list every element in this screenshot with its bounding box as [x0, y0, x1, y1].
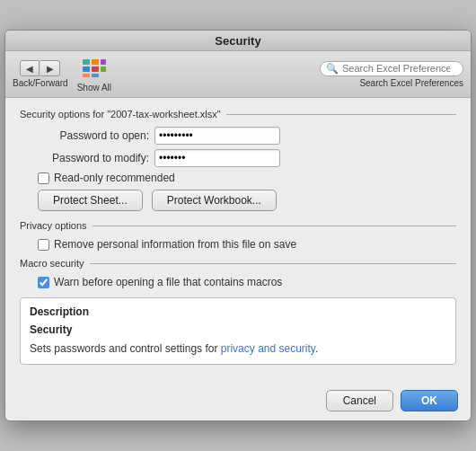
show-all-group: Show All	[77, 56, 111, 93]
macro-security-label: Macro security	[20, 258, 84, 269]
description-title: Security	[30, 323, 446, 336]
macro-header-line	[90, 263, 456, 264]
back-button[interactable]: ◀	[20, 60, 40, 76]
titlebar: Security	[5, 31, 471, 51]
warn-macros-row: Warn before opening a file that contains…	[29, 276, 456, 288]
svg-rect-6	[83, 74, 90, 77]
security-header-line	[226, 114, 456, 115]
svg-rect-3	[83, 66, 90, 72]
read-only-checkbox[interactable]	[38, 172, 49, 184]
description-text-part1: Sets passwords and control settings for	[30, 342, 221, 355]
privacy-options-body: Remove personal information from this fi…	[20, 238, 456, 251]
description-link[interactable]: privacy and security	[221, 342, 315, 355]
main-content: Security options for "2007-tax-worksheet…	[5, 98, 471, 385]
svg-rect-5	[101, 66, 106, 72]
protect-sheet-button[interactable]: Protect Sheet...	[38, 190, 143, 211]
password-to-open-input[interactable]	[154, 127, 280, 145]
window: Security ◀ ▶ Back/Forward	[4, 30, 472, 421]
search-input[interactable]	[342, 63, 450, 74]
macro-security-header: Macro security	[20, 258, 456, 269]
password-to-modify-label: Password to modify:	[29, 152, 154, 164]
ok-button[interactable]: OK	[401, 390, 458, 411]
description-text-part2: .	[315, 342, 318, 355]
search-label: Search Excel Preferences	[359, 78, 463, 88]
search-icon: 🔍	[326, 63, 339, 75]
protect-workbook-button[interactable]: Protect Workbook...	[152, 190, 277, 211]
search-input-wrapper: 🔍	[320, 61, 463, 76]
show-all-icon[interactable]	[78, 56, 110, 81]
back-forward-label: Back/Forward	[13, 78, 68, 88]
warn-macros-label: Warn before opening a file that contains…	[54, 276, 282, 288]
security-options-body: Password to open: Password to modify: Re…	[20, 127, 456, 211]
svg-rect-4	[92, 66, 99, 72]
remove-personal-label: Remove personal information from this fi…	[54, 238, 296, 251]
protect-buttons-row: Protect Sheet... Protect Workbook...	[29, 190, 456, 211]
window-title: Security	[215, 34, 260, 48]
read-only-row: Read-only recommended	[29, 172, 456, 184]
description-text: Sets passwords and control settings for …	[30, 341, 446, 357]
password-to-modify-row: Password to modify:	[29, 149, 456, 167]
privacy-header-line	[93, 226, 456, 226]
svg-rect-7	[92, 74, 99, 77]
password-to-modify-input[interactable]	[154, 149, 280, 167]
nav-buttons: ◀ ▶	[20, 60, 60, 76]
warn-macros-checkbox[interactable]	[38, 277, 49, 288]
macro-security-body: Warn before opening a file that contains…	[20, 276, 456, 288]
password-to-open-label: Password to open:	[29, 129, 154, 142]
read-only-label: Read-only recommended	[54, 172, 175, 184]
svg-rect-2	[101, 59, 106, 65]
remove-personal-checkbox[interactable]	[38, 239, 49, 251]
bottom-bar: Cancel OK	[5, 385, 471, 420]
privacy-options-label: Privacy options	[20, 220, 87, 231]
privacy-options-header: Privacy options	[20, 220, 456, 231]
security-options-label: Security options for "2007-tax-worksheet…	[20, 109, 221, 119]
svg-rect-1	[92, 59, 99, 65]
remove-personal-row: Remove personal information from this fi…	[29, 238, 456, 251]
cancel-button[interactable]: Cancel	[326, 390, 393, 411]
search-box: 🔍 Search Excel Preferences	[320, 61, 463, 88]
password-to-open-row: Password to open:	[29, 127, 456, 145]
svg-rect-0	[83, 59, 90, 65]
description-header: Description	[30, 305, 446, 318]
show-all-label: Show All	[77, 83, 111, 93]
security-options-header: Security options for "2007-tax-worksheet…	[20, 109, 456, 119]
description-box: Description Security Sets passwords and …	[20, 297, 456, 365]
toolbar: ◀ ▶ Back/Forward Show All	[5, 51, 471, 98]
forward-button[interactable]: ▶	[40, 60, 60, 76]
back-forward-group: ◀ ▶ Back/Forward	[13, 60, 68, 88]
